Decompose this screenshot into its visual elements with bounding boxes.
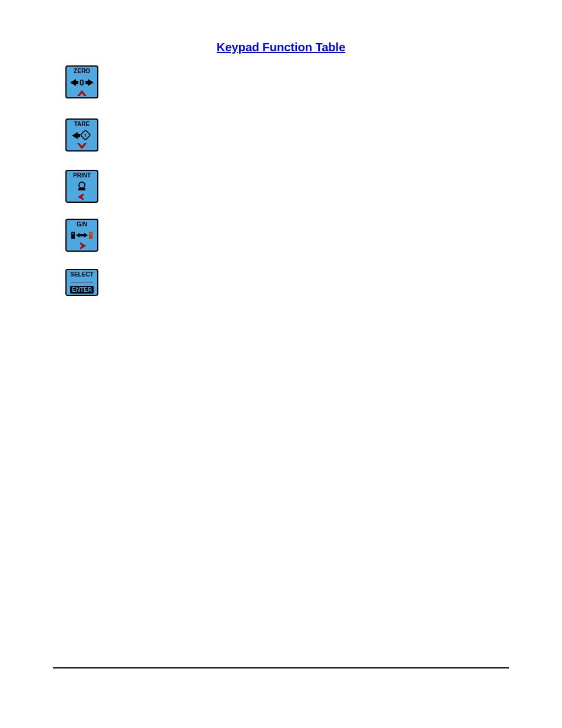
svg-point-8 [79,182,85,188]
down-arrow-icon [77,143,87,149]
gn-key[interactable]: G/N [65,219,98,252]
footer-rule [53,667,509,668]
right-arrow-icon [78,242,86,249]
svg-marker-4 [72,132,80,139]
svg-marker-15 [76,233,88,238]
up-arrow-icon [77,90,87,96]
svg-marker-0 [70,79,78,86]
select-label: SELECT [70,272,93,278]
print-key[interactable]: PRINT [65,170,98,203]
print-icon [75,181,88,192]
enter-label: ENTER [70,286,94,294]
page-root: Keypad Function Table ZERO 0 TARE T [0,0,562,728]
gn-swap-icon [71,230,93,240]
zero-label: ZERO [74,68,90,74]
svg-point-12 [72,232,74,234]
tare-label: TARE [74,121,90,127]
print-label: PRINT [73,173,91,179]
select-enter-key[interactable]: SELECT ENTER [65,269,98,296]
svg-point-14 [90,232,92,234]
svg-marker-7 [77,143,87,149]
svg-marker-3 [77,90,87,96]
svg-marker-10 [78,193,84,200]
divider-line [71,282,93,282]
svg-marker-2 [85,79,94,86]
svg-marker-16 [80,242,86,249]
left-arrow-icon [78,193,86,200]
zero-icon: 0 [70,78,94,87]
gn-label: G/N [77,222,87,228]
page-title: Keypad Function Table [170,41,392,54]
tare-icon: T [72,130,92,141]
svg-text:T: T [84,133,87,138]
svg-text:0: 0 [80,78,84,87]
svg-rect-9 [78,188,85,190]
zero-key[interactable]: ZERO 0 [65,65,98,98]
tare-key[interactable]: TARE T [65,118,98,151]
